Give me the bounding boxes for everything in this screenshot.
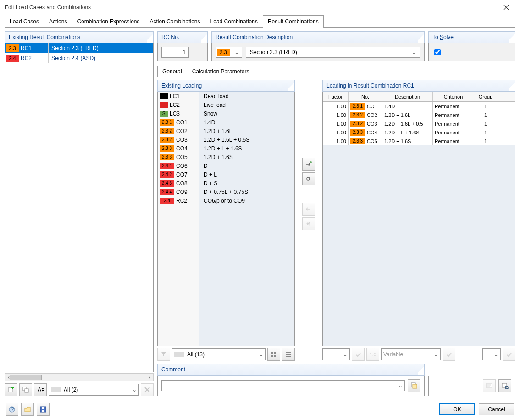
svg-rect-14: [413, 384, 417, 388]
th-no: No.: [349, 92, 382, 101]
rc-loading-row-co1[interactable]: 1.002.3 1CO11.4DPermanent1: [323, 102, 515, 111]
rcno-header: RC No.: [157, 31, 208, 43]
svg-rect-5: [271, 352, 273, 354]
existing-rc-list[interactable]: 2.3RC1Section 2.3 (LRFD)2.4RC2Section 2.…: [5, 43, 154, 372]
main-tab-result-combinations[interactable]: Result Combinations: [263, 15, 324, 28]
save-icon[interactable]: [37, 403, 50, 416]
existing-loading-desc-co6: D: [199, 161, 294, 170]
existing-loading-filter-label: All (13): [187, 351, 205, 358]
main-tabs: Load CasesActionsCombination Expressions…: [5, 15, 515, 28]
existing-loading-filter-icon[interactable]: [157, 348, 170, 361]
rc-row-rc2[interactable]: 2.4RC2Section 2.4 (ASD): [5, 53, 153, 63]
tosolve-checkbox[interactable]: [434, 49, 441, 55]
rc-loading-row-co3[interactable]: 1.002.3 2CO31.2D + 1.6L + 0.5Permanent1: [323, 119, 515, 128]
main-tab-action-combinations[interactable]: Action Combinations: [144, 15, 205, 28]
existing-loading-filter-combo[interactable]: All (13) ⌄: [172, 348, 266, 360]
existing-loading-item-co4[interactable]: 2.3 3CO4: [158, 144, 199, 153]
window-title: Edit Load Cases and Combinations: [5, 4, 91, 11]
rc-loading-table[interactable]: Factor No. Description Criterion Group 1…: [322, 92, 515, 346]
th-grp: Group: [474, 92, 497, 101]
svg-rect-7: [271, 355, 273, 357]
sub-tabs: GeneralCalculation Parameters: [157, 65, 515, 77]
rc-toolbar-group-combo[interactable]: ⌄: [482, 348, 501, 360]
rcdesc-text-combo[interactable]: Section 2.3 (LRFD) ⌄: [246, 47, 420, 58]
svg-rect-10: [286, 354, 291, 355]
sub-tab-general[interactable]: General: [157, 66, 187, 77]
rcno-input[interactable]: [161, 47, 189, 58]
svg-rect-16: [502, 383, 507, 387]
existing-loading-item-rc2[interactable]: 2.4RC2: [158, 196, 199, 205]
add-loading-arrow-button[interactable]: [302, 158, 315, 171]
existing-loading-desc-lc3: Snow: [199, 109, 294, 118]
svg-text:?: ?: [11, 406, 14, 413]
existing-loading-sort1-icon[interactable]: [267, 348, 280, 361]
delete-rc-button[interactable]: [141, 383, 154, 396]
svg-rect-11: [286, 356, 291, 357]
comment-combo[interactable]: ⌄: [161, 380, 405, 391]
comment-pick-icon[interactable]: [408, 379, 420, 392]
existing-loading-sort2-icon[interactable]: [282, 348, 295, 361]
existing-loading-desc-lc1: Dead load: [199, 92, 294, 100]
svg-point-12: [310, 161, 312, 163]
existing-loading-item-co6[interactable]: 2.4 1CO6: [158, 161, 199, 170]
existing-loading-item-co9[interactable]: 2.4 4CO9: [158, 188, 199, 196]
svg-text:A: A: [38, 387, 41, 393]
remove-loading-button[interactable]: [302, 203, 315, 216]
rcdesc-tag: 2.3: [217, 49, 230, 56]
existing-loading-list[interactable]: DLC1LLC2SLC32.3 1CO12.3 2CO22.3 2CO32.3 …: [157, 92, 295, 346]
existing-loading-item-lc1[interactable]: DLC1: [158, 92, 199, 100]
existing-loading-item-lc2[interactable]: LLC2: [158, 100, 199, 109]
existing-loading-desc-co2: 1.2D + 1.6L: [199, 127, 294, 135]
svg-rect-22: [42, 407, 44, 409]
rc-row-rc1[interactable]: 2.3RC1Section 2.3 (LRFD): [5, 43, 153, 53]
main-tab-load-combinations[interactable]: Load Combinations: [205, 15, 263, 28]
rc-loading-row-co2[interactable]: 1.002.3 2CO21.2D + 1.6LPermanent1: [323, 111, 515, 119]
ok-button[interactable]: OK: [439, 403, 475, 415]
th-desc: Description: [382, 92, 433, 101]
rc-toolbar-apply1-icon[interactable]: [352, 348, 365, 361]
main-tab-load-cases[interactable]: Load Cases: [5, 15, 44, 28]
existing-loading-desc-co9: D + 0.75L + 0.75S: [199, 188, 294, 196]
existing-loading-item-co3[interactable]: 2.3 2CO3: [158, 135, 199, 144]
help-icon[interactable]: ?: [6, 403, 18, 416]
rc-toolbar-factor-combo[interactable]: ⌄: [322, 348, 350, 360]
rc-toolbar-apply2-icon[interactable]: [443, 348, 455, 361]
existing-loading-item-lc3[interactable]: SLC3: [158, 109, 199, 118]
close-button[interactable]: [497, 0, 515, 15]
rename-rc-button[interactable]: AB: [34, 383, 47, 396]
cancel-button[interactable]: Cancel: [479, 403, 514, 415]
svg-rect-21: [42, 410, 44, 412]
rc-filter-label: All (2): [64, 387, 78, 393]
rc-loading-row-co5[interactable]: 1.002.3 3CO51.2D + 1.6SPermanent1: [323, 137, 515, 145]
add-loading-link-button[interactable]: [302, 172, 315, 185]
rcdesc-tag-combo[interactable]: 2.3 ⌄: [216, 47, 242, 58]
rc-toolbar-criterion-combo[interactable]: Variable ⌄: [381, 348, 441, 360]
existing-loading-item-co5[interactable]: 2.3 3CO5: [158, 153, 199, 161]
existing-loading-item-co8[interactable]: 2.4 3CO8: [158, 179, 199, 188]
existing-loading-item-co1[interactable]: 2.3 1CO1: [158, 118, 199, 127]
copy-rc-button[interactable]: [19, 383, 32, 396]
existing-loading-desc-lc2: Live load: [199, 100, 294, 109]
open-icon[interactable]: [21, 403, 34, 416]
new-rc-button[interactable]: [5, 383, 17, 396]
existing-loading-desc-co8: D + S: [199, 179, 294, 188]
remove-all-loading-button[interactable]: [302, 217, 315, 230]
existing-loading-item-co2[interactable]: 2.3 2CO2: [158, 127, 199, 135]
existing-loading-desc-co5: 1.2D + 1.6S: [199, 153, 294, 161]
th-crit: Criterion: [433, 92, 474, 101]
main-tab-combination-expressions[interactable]: Combination Expressions: [72, 15, 144, 28]
rc-toolbar-criterion-label: Variable: [383, 351, 403, 358]
sub-tab-calculation-parameters[interactable]: Calculation Parameters: [187, 66, 254, 77]
preview-icon[interactable]: [498, 379, 511, 392]
existing-loading-desc-co4: 1.2D + L + 1.6S: [199, 144, 294, 153]
rc-toolbar-apply3-icon[interactable]: [503, 348, 515, 361]
svg-rect-6: [274, 352, 276, 354]
existing-loading-item-co7[interactable]: 2.4 2CO7: [158, 170, 199, 179]
rc-loading-row-co4[interactable]: 1.002.3 3CO41.2D + L + 1.6SPermanent1: [323, 128, 515, 137]
existing-rc-hscroll[interactable]: ‹›: [5, 373, 154, 381]
svg-rect-9: [286, 352, 291, 353]
rc-filter-combo[interactable]: All (2) ⌄: [49, 384, 139, 396]
details-icon[interactable]: [483, 379, 496, 392]
existing-loading-desc-rc2: CO6/p or to CO9: [199, 196, 294, 205]
main-tab-actions[interactable]: Actions: [44, 15, 72, 28]
